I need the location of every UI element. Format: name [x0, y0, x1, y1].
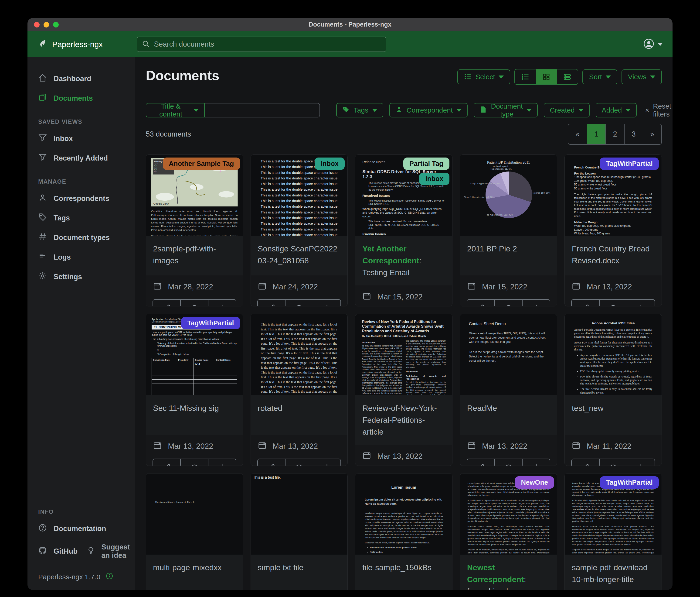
- reset-filters-button[interactable]: × Reset filters: [645, 102, 671, 118]
- sidebar-item-recently-added[interactable]: Recently Added: [27, 148, 135, 168]
- info-icon[interactable]: [105, 572, 114, 582]
- document-card[interactable]: Lorem ipsumLorem ipsum dolor sit amet, c…: [355, 473, 452, 590]
- document-thumbnail[interactable]: TagWithPartial French Country BreadFor t…: [565, 155, 661, 236]
- title-content-filter-input[interactable]: [205, 103, 320, 117]
- document-thumbnail[interactable]: Partial TagInbox Release NotesSimba ODBC…: [355, 155, 452, 236]
- download-button[interactable]: [627, 459, 655, 466]
- document-thumbnail[interactable]: Contact Sheet DemoGiven a set of image f…: [460, 314, 557, 395]
- created-filter-button[interactable]: Created: [544, 103, 590, 117]
- close-window-button[interactable]: [34, 22, 40, 27]
- document-thumbnail[interactable]: Patient BP Distribution 2011Normal, 150,…: [460, 155, 557, 236]
- document-thumbnail[interactable]: This is a test file.: [251, 474, 348, 555]
- document-title[interactable]: rotated: [251, 395, 348, 435]
- select-button[interactable]: Select: [457, 69, 510, 85]
- edit-button[interactable]: [467, 459, 495, 466]
- document-card[interactable]: TagWithPartial Application for Medical S…: [146, 314, 243, 466]
- sidebar-item-logs[interactable]: Logs: [27, 247, 135, 267]
- tag-badge[interactable]: NewOne: [515, 476, 554, 488]
- pagination-prev[interactable]: «: [568, 124, 587, 144]
- document-title[interactable]: Sec 11-Missing sig: [146, 395, 243, 435]
- document-title[interactable]: French Country Bread Revised.docx: [565, 236, 661, 276]
- view-button[interactable]: [599, 459, 627, 466]
- edit-button[interactable]: [152, 299, 181, 306]
- document-thumbnail[interactable]: Adobe Acrobat PDF FilesAdobe® Portable D…: [565, 314, 661, 395]
- detail-view-button[interactable]: [557, 69, 578, 85]
- document-title[interactable]: Yet Another Correspondent: Testing Email: [355, 236, 452, 285]
- document-card[interactable]: TagWithPartial Lorem ipsum dolor sit ame…: [565, 473, 662, 590]
- added-filter-button[interactable]: Added: [596, 103, 637, 117]
- download-button[interactable]: [522, 299, 550, 306]
- download-button[interactable]: [522, 459, 550, 466]
- correspondent-filter-button[interactable]: Correspondent: [389, 103, 468, 117]
- document-title[interactable]: 2sample-pdf-with-images: [146, 236, 243, 276]
- document-card[interactable]: Adobe Acrobat PDF FilesAdobe® Portable D…: [565, 314, 662, 466]
- document-card[interactable]: This is the text that appears on the fir…: [251, 314, 348, 466]
- tag-badge[interactable]: TagWithPartial: [600, 158, 659, 170]
- edit-button[interactable]: [257, 299, 285, 306]
- document-title[interactable]: 2011 BP Pie 2: [460, 236, 557, 276]
- download-button[interactable]: [627, 299, 655, 306]
- edit-button[interactable]: [152, 459, 181, 466]
- view-button[interactable]: [285, 299, 313, 306]
- sidebar-item-suggest-idea[interactable]: Suggest an idea: [82, 539, 141, 564]
- document-thumbnail[interactable]: TagWithPartial Lorem ipsum dolor sit ame…: [565, 474, 661, 555]
- document-title[interactable]: simple txt file: [251, 555, 348, 590]
- pagination-page-2[interactable]: 2: [605, 124, 624, 144]
- document-title[interactable]: test_new: [565, 395, 661, 435]
- title-content-filter-button[interactable]: Title & content: [146, 103, 205, 117]
- pagination-page-3[interactable]: 3: [624, 124, 643, 144]
- edit-button[interactable]: [467, 299, 495, 306]
- sidebar-item-correspondents[interactable]: Correspondents: [27, 189, 135, 208]
- zoom-window-button[interactable]: [53, 22, 59, 27]
- document-title[interactable]: ReadMe: [460, 395, 557, 435]
- sort-button[interactable]: Sort: [582, 69, 617, 85]
- tag-badge[interactable]: Partial Tag: [403, 158, 449, 170]
- document-card[interactable]: NewOne Lorem ipsum dolor sit amet, conse…: [460, 473, 557, 590]
- view-button[interactable]: [180, 299, 208, 306]
- sidebar-item-documents[interactable]: Documents: [27, 89, 135, 108]
- list-view-button[interactable]: [515, 69, 536, 85]
- minimize-window-button[interactable]: [44, 22, 49, 27]
- search-input[interactable]: [153, 40, 381, 49]
- document-thumbnail[interactable]: This is a multi page document. Page 1.: [146, 474, 243, 555]
- edit-button[interactable]: [571, 459, 599, 466]
- document-card[interactable]: Partial TagInbox Release NotesSimba ODBC…: [355, 154, 452, 306]
- download-button[interactable]: [313, 459, 341, 466]
- sidebar-item-github[interactable]: GitHub: [27, 542, 82, 561]
- tags-filter-button[interactable]: Tags: [336, 103, 383, 117]
- app-logo[interactable]: Paperless-ngx: [37, 38, 103, 50]
- sidebar-item-dashboard[interactable]: Dashboard: [27, 69, 135, 89]
- document-card[interactable]: Patient BP Distribution 2011Normal, 150,…: [460, 154, 557, 306]
- document-title[interactable]: sample-pdf-download-10-mb-longer-title: [565, 555, 661, 590]
- view-button[interactable]: [494, 299, 523, 306]
- document-title[interactable]: Review-of-New-York-Federal-Petitions-art…: [355, 395, 452, 445]
- document-title[interactable]: file-sample_150kBs: [355, 555, 452, 590]
- sidebar-item-tags[interactable]: Tags: [27, 208, 135, 228]
- views-button[interactable]: Views: [622, 69, 662, 85]
- edit-button[interactable]: [257, 459, 285, 466]
- edit-button[interactable]: [571, 299, 599, 306]
- search-bar[interactable]: [137, 37, 386, 52]
- document-thumbnail[interactable]: Inbox This is a test for the double spac…: [251, 155, 348, 236]
- document-card[interactable]: Contact Sheet DemoGiven a set of image f…: [460, 314, 557, 466]
- document-title[interactable]: multi-page-mixedxx: [146, 555, 243, 590]
- user-menu[interactable]: [643, 38, 663, 50]
- document-card[interactable]: This is a multi page document. Page 1. m…: [146, 473, 243, 590]
- tag-badge[interactable]: TagWithPartial: [600, 476, 659, 488]
- document-card[interactable]: TagWithPartial French Country BreadFor t…: [565, 154, 662, 306]
- tag-badge[interactable]: Inbox: [419, 173, 449, 185]
- download-button[interactable]: [208, 459, 236, 466]
- sidebar-item-settings[interactable]: Settings: [27, 267, 135, 287]
- document-thumbnail[interactable]: Another Sample Tag Boundary Waters Trip …: [146, 155, 243, 236]
- sidebar-item-inbox[interactable]: Inbox: [27, 129, 135, 148]
- view-button[interactable]: [494, 459, 523, 466]
- view-button[interactable]: [285, 459, 313, 466]
- document-thumbnail[interactable]: This is the text that appears on the fir…: [251, 314, 348, 395]
- document-card[interactable]: Inbox This is a test for the double spac…: [251, 154, 348, 306]
- view-button[interactable]: [180, 459, 208, 466]
- document-title[interactable]: Sonstige ScanPC2022 03-24_081058: [251, 236, 348, 276]
- grid-view-button[interactable]: [536, 69, 557, 85]
- sidebar-item-document-types[interactable]: Document types: [27, 228, 135, 247]
- download-button[interactable]: [313, 299, 341, 306]
- tag-badge[interactable]: Another Sample Tag: [163, 158, 240, 170]
